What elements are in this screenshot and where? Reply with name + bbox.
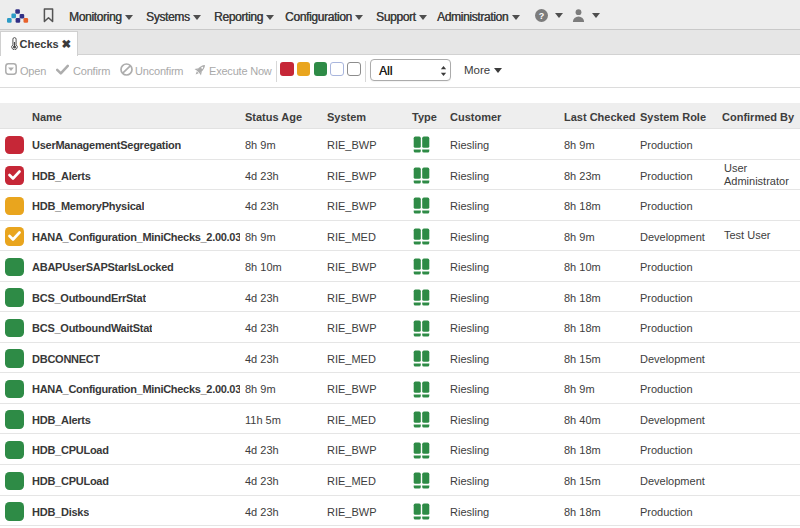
svg-text:?: ? (539, 11, 545, 21)
